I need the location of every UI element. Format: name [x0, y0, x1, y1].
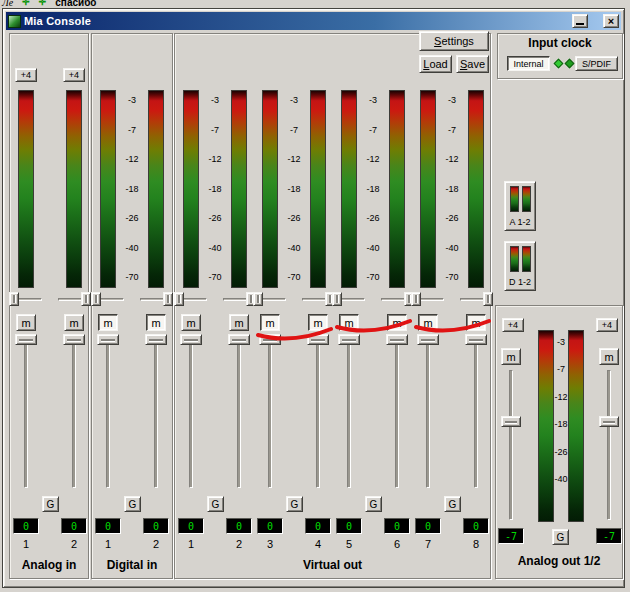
mute-button[interactable]: m [146, 314, 166, 331]
mute-button[interactable]: m [16, 314, 36, 331]
scale-label: -7 [557, 365, 565, 374]
fader-thumb[interactable] [465, 334, 487, 345]
plus4-button[interactable]: +4 [63, 68, 85, 82]
fader-thumb[interactable] [338, 334, 360, 345]
pan-slider[interactable] [139, 292, 173, 306]
pan-slider-thumb[interactable] [174, 292, 184, 306]
volume-fader[interactable] [223, 334, 255, 490]
scale-label: -7 [448, 126, 456, 135]
mute-button[interactable]: m [64, 314, 84, 331]
pan-slider[interactable] [380, 292, 414, 306]
mute-button[interactable]: m [260, 314, 280, 331]
scale-label: -12 [208, 155, 221, 164]
volume-fader[interactable] [381, 334, 413, 490]
green-plus-icon: ✛ [22, 0, 30, 7]
mia-console-window: Mia Console × Settings Load Save +4m01+4… [2, 8, 625, 588]
minimize-button[interactable] [572, 14, 588, 28]
volume-fader[interactable] [302, 334, 334, 490]
pan-slider[interactable] [301, 292, 335, 306]
pan-slider-thumb[interactable] [253, 292, 263, 306]
mute-button[interactable]: m [98, 314, 118, 331]
fader-thumb[interactable] [180, 334, 202, 345]
mute-button[interactable]: m [466, 314, 486, 331]
gang-button[interactable]: G [124, 496, 141, 512]
mute-button[interactable]: m [229, 314, 249, 331]
pan-slider-thumb[interactable] [9, 292, 19, 306]
close-button[interactable]: × [603, 14, 619, 28]
pan-slider[interactable] [222, 292, 256, 306]
titlebar[interactable]: Mia Console × [6, 12, 621, 30]
pan-slider[interactable] [9, 292, 43, 306]
gang-button[interactable]: G [444, 496, 461, 512]
pan-slider[interactable] [57, 292, 91, 306]
mute-button-out-left[interactable]: m [501, 348, 521, 365]
plus4-button-out-right[interactable]: +4 [596, 318, 618, 332]
plus4-button-out-left[interactable]: +4 [502, 318, 524, 332]
pan-slider-thumb[interactable] [332, 292, 342, 306]
pan-slider-thumb[interactable] [91, 292, 101, 306]
volume-fader[interactable] [58, 334, 90, 490]
gang-button-out[interactable]: G [552, 529, 569, 545]
level-meter [468, 90, 484, 288]
fader-thumb[interactable] [307, 334, 329, 345]
mute-button[interactable]: m [418, 314, 438, 331]
level-meter-out-right [568, 330, 584, 522]
pan-slider[interactable] [459, 292, 493, 306]
internal-clock-button[interactable]: Internal [507, 56, 550, 71]
fader-thumb[interactable] [228, 334, 250, 345]
output-fader-left[interactable] [501, 370, 521, 520]
mute-button[interactable]: m [181, 314, 201, 331]
pan-slider[interactable] [91, 292, 125, 306]
mute-button[interactable]: m [387, 314, 407, 331]
monitor-analog-12[interactable]: A 1-2 [504, 181, 536, 231]
level-display: 0 [13, 518, 39, 534]
volume-fader[interactable] [175, 334, 207, 490]
fader-thumb[interactable] [417, 334, 439, 345]
mute-button[interactable]: m [339, 314, 359, 331]
fader-thumb[interactable] [501, 416, 521, 427]
volume-fader[interactable] [254, 334, 286, 490]
fader-thumb[interactable] [259, 334, 281, 345]
background-text-fragment: Ле [2, 0, 13, 8]
output-fader-right[interactable] [599, 370, 619, 520]
volume-fader[interactable] [412, 334, 444, 490]
gang-button[interactable]: G [286, 496, 303, 512]
scale-label: -26 [208, 214, 221, 223]
pan-slider[interactable] [332, 292, 366, 306]
scale-label: -18 [287, 185, 300, 194]
settings-button[interactable]: Settings [419, 31, 489, 51]
mute-button[interactable]: m [308, 314, 328, 331]
fader-thumb[interactable] [97, 334, 119, 345]
pan-slider-thumb[interactable] [163, 292, 173, 306]
pan-slider[interactable] [411, 292, 445, 306]
monitor-digital-12[interactable]: D 1-2 [504, 241, 536, 291]
spdif-clock-button[interactable]: S/PDIF [575, 56, 618, 71]
save-button[interactable]: Save [456, 55, 489, 73]
pan-slider[interactable] [174, 292, 208, 306]
fader-thumb[interactable] [63, 334, 85, 345]
fader-thumb[interactable] [599, 416, 619, 427]
pan-slider-thumb[interactable] [81, 292, 91, 306]
volume-fader[interactable] [140, 334, 172, 490]
pan-slider[interactable] [253, 292, 287, 306]
plus4-button[interactable]: +4 [15, 68, 37, 82]
pan-slider-thumb[interactable] [411, 292, 421, 306]
channel-strip: m03 [254, 62, 286, 556]
fader-thumb[interactable] [386, 334, 408, 345]
channel-strip: +4m01 [10, 62, 42, 556]
volume-fader[interactable] [92, 334, 124, 490]
fader-thumb[interactable] [145, 334, 167, 345]
volume-fader[interactable] [333, 334, 365, 490]
mute-button-out-right[interactable]: m [599, 348, 619, 365]
fader-thumb[interactable] [15, 334, 37, 345]
gang-button[interactable]: G [207, 496, 224, 512]
load-button[interactable]: Load [419, 55, 452, 73]
gang-button[interactable]: G [42, 496, 59, 512]
scale-label: -3 [290, 96, 298, 105]
volume-fader[interactable] [460, 334, 492, 490]
meter-scale: -3-7-12-18-26-40-70 [444, 90, 460, 288]
gang-button[interactable]: G [365, 496, 382, 512]
pan-slider-thumb[interactable] [483, 292, 493, 306]
channel-pair: m03m04-3-7-12-18-26-40-70G [254, 62, 334, 556]
volume-fader[interactable] [10, 334, 42, 490]
